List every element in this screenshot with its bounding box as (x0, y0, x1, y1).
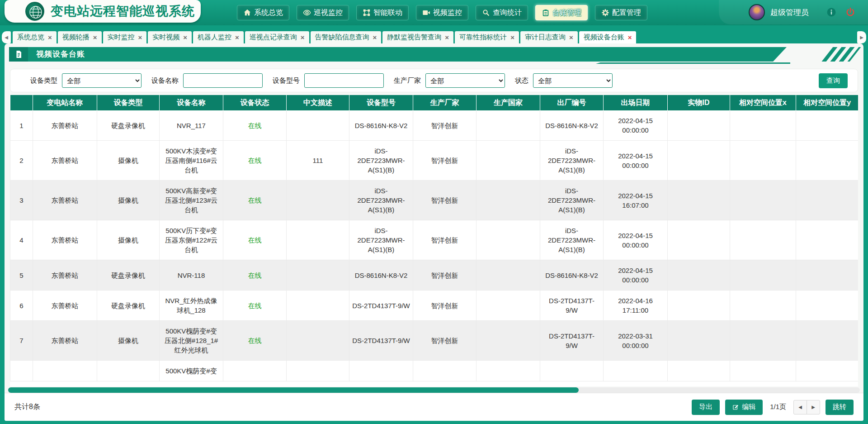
tab-close-icon[interactable]: × (445, 34, 449, 41)
tab-close-icon[interactable]: × (48, 34, 52, 41)
prev-page-button[interactable]: ◀ (793, 400, 807, 414)
tab-scroll-right-icon[interactable]: ▶ (857, 31, 866, 43)
nav-config-mgmt-button[interactable]: 配置管理 (595, 5, 647, 20)
table-cell: 3 (10, 181, 33, 220)
table-cell: 智洋创新 (413, 321, 476, 361)
next-page-button[interactable]: ▶ (807, 400, 820, 414)
jump-button[interactable]: 跳转 (826, 400, 854, 415)
nav-smart-linkage-button[interactable]: 智能联动 (356, 5, 409, 20)
table-cell: 在线 (223, 220, 287, 260)
tab-reliability-stats[interactable]: 可靠性指标统计× (455, 31, 519, 43)
table-cell (476, 260, 540, 291)
table-cell (796, 260, 859, 291)
table-cell (796, 181, 859, 220)
tab-close-icon[interactable]: × (373, 34, 377, 41)
table-cell (287, 220, 349, 260)
app-title: 变电站远程智能巡视系统 (51, 3, 195, 20)
table-cell: iDS-2DE7223MWR-A(S1)(B) (349, 220, 413, 260)
table-row[interactable]: 2东善桥站摄像机500KV木渎变#变压器南侧#116#云台机在线111iDS-2… (10, 141, 859, 181)
tab-close-icon[interactable]: × (510, 34, 514, 41)
table-cell: 2022-04-15 00:00:00 (604, 110, 668, 141)
export-button[interactable]: 导出 (692, 400, 720, 415)
status-label: 状态 (515, 76, 528, 85)
tab-silent-monitor-alarm[interactable]: 静默监视告警查询× (382, 31, 453, 43)
document-icon (9, 47, 28, 62)
table-cell: 智洋创新 (413, 260, 476, 291)
jump-label: 跳转 (833, 403, 846, 411)
tab-close-icon[interactable]: × (93, 34, 97, 41)
status-select[interactable]: 全部 (533, 73, 613, 88)
table-cell: 在线 (223, 141, 287, 181)
column-header: 生产国家 (476, 95, 540, 110)
tab-close-icon[interactable]: × (235, 34, 239, 41)
table-cell (476, 321, 540, 361)
table-cell: iDS-2DE7223MWR-A(S1)(B) (540, 141, 604, 181)
table-cell (796, 110, 859, 141)
logout-power-icon[interactable] (845, 7, 855, 17)
edit-button[interactable]: 编辑 (725, 400, 763, 415)
tab-close-icon[interactable]: × (569, 34, 573, 41)
tab-patrol-record-query[interactable]: 巡视点记录查询× (245, 31, 309, 43)
table-cell: 4 (10, 220, 33, 260)
table-cell (10, 361, 33, 381)
table-cell: DS-8616N-K8-V2 (349, 260, 413, 291)
tab-close-icon[interactable]: × (138, 34, 142, 41)
search-button[interactable]: 查询 (819, 73, 848, 88)
table-row[interactable]: 500KV槐荫变#变 (10, 361, 859, 381)
manufacturer-label: 生产厂家 (394, 76, 421, 85)
tab-realtime-monitor[interactable]: 实时监控× (103, 31, 147, 43)
table-cell: 东善桥站 (33, 110, 97, 141)
table-row[interactable]: 3东善桥站摄像机500KV高新变#变压器北侧#123#云台机在线iDS-2DE7… (10, 181, 859, 220)
tab-close-icon[interactable]: × (183, 34, 187, 41)
table-row[interactable]: 6东善桥站硬盘录像机NVR_红外热成像球机_128在线DS-2TD4137T-9… (10, 291, 859, 321)
table-cell: 2022-03-31 00:00:00 (604, 321, 668, 361)
table-row[interactable]: 4东善桥站摄像机500KV历下变#变压器东侧#122#云台机在线iDS-2DE7… (10, 220, 859, 260)
table-cell (796, 141, 859, 181)
device-name-input[interactable] (183, 73, 263, 88)
nav-ledger-mgmt-button[interactable]: 台账管理 (535, 5, 588, 20)
tab-label: 审计日志查询 (525, 33, 566, 42)
nav-video-monitor-button[interactable]: 视频监控 (416, 5, 468, 20)
table-cell: NVR_117 (160, 110, 223, 141)
tab-audit-log-query[interactable]: 审计日志查询× (520, 31, 578, 43)
tab-alarm-defect-query[interactable]: 告警缺陷信息查询× (311, 31, 382, 43)
table-cell (730, 110, 796, 141)
nav-system-overview-button[interactable]: 系统总览 (237, 5, 289, 20)
home-icon (243, 9, 251, 17)
device-model-input[interactable] (304, 73, 384, 88)
tab-realtime-video[interactable]: 实时视频× (148, 31, 192, 43)
tab-video-device-ledger[interactable]: 视频设备台账× (579, 31, 637, 43)
table-cell: DS-2TD4137T-9/W (349, 291, 413, 321)
table-cell: 在线 (223, 181, 287, 220)
avatar[interactable] (749, 4, 765, 20)
device-type-select[interactable]: 全部 (62, 73, 142, 88)
table-cell (668, 361, 730, 381)
tab-list: 系统总览×视频轮播×实时监控×实时视频×机器人监控×巡视点记录查询×告警缺陷信息… (13, 31, 636, 43)
nav-query-stats-button[interactable]: 查询统计 (476, 5, 528, 20)
manufacturer-select[interactable]: 全部 (425, 73, 505, 88)
nav-patrol-monitor-button[interactable]: 巡视监控 (297, 5, 349, 20)
table-row[interactable]: 7东善桥站摄像机500KV槐荫变#变压器北侧#128_1#红外光球机在线DS-2… (10, 321, 859, 361)
tab-close-icon[interactable]: × (628, 34, 632, 41)
table-cell (796, 291, 859, 321)
nav-label: 台账管理 (552, 8, 581, 18)
top-header: 变电站远程智能巡视系统 系统总览巡视监控智能联动视频监控查询统计台账管理配置管理… (0, 0, 868, 25)
tab-scroll-left-icon[interactable]: ◀ (2, 31, 11, 43)
table-cell: 智洋创新 (413, 110, 476, 141)
table-row[interactable]: 5东善桥站硬盘录像机NVR-118在线DS-8616N-K8-V2智洋创新DS-… (10, 260, 859, 291)
horizontal-scrollbar-thumb[interactable] (8, 387, 579, 393)
info-icon[interactable] (826, 7, 836, 17)
content-panel: 视频设备台账 设备类型 全部 设备名称 设备型号 生产厂家 (5, 43, 863, 421)
table-cell: 东善桥站 (33, 321, 97, 361)
page-title-bar: 视频设备台账 (9, 47, 859, 64)
table-cell: DS-2TD4137T-9/W (540, 321, 604, 361)
tab-system-overview[interactable]: 系统总览× (13, 31, 57, 43)
tab-label: 告警缺陷信息查询 (315, 33, 369, 42)
table-row[interactable]: 1东善桥站硬盘录像机NVR_117在线DS-8616N-K8-V2智洋创新DS-… (10, 110, 859, 141)
table-header-row: 变电站名称设备类型设备名称设备状态中文描述设备型号生产厂家生产国家出厂编号出场日… (10, 95, 859, 110)
tab-video-carousel[interactable]: 视频轮播× (58, 31, 102, 43)
table-cell (349, 361, 413, 381)
tab-close-icon[interactable]: × (301, 34, 305, 41)
table-cell: 智洋创新 (413, 141, 476, 181)
tab-robot-monitor[interactable]: 机器人监控× (193, 31, 244, 43)
